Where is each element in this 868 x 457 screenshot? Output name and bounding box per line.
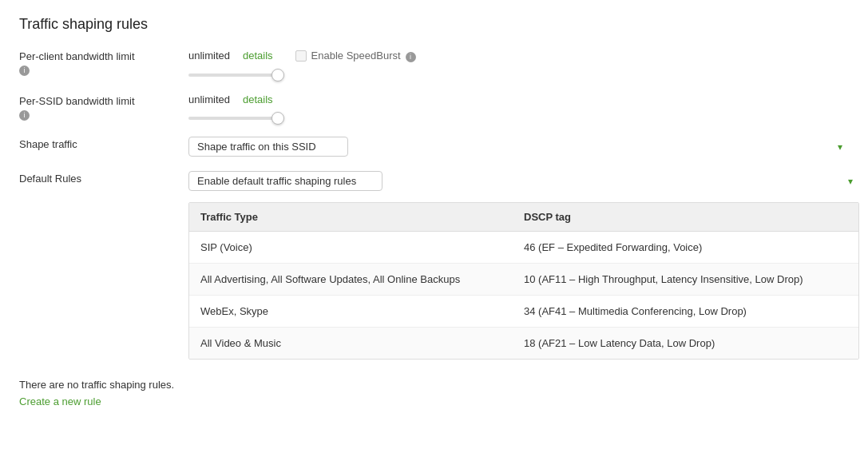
cell-traffic-type: WebEx, Skype <box>189 296 513 328</box>
per-client-label: Per-client bandwidth limit <box>19 50 179 62</box>
speedburst-label: Enable SpeedBurst <box>311 50 401 62</box>
shape-traffic-select-wrapper: Shape traffic on this SSID Do not shape … <box>188 137 849 157</box>
speedburst-checkbox[interactable] <box>295 50 307 62</box>
per-ssid-label-col: Per-SSID bandwidth limit i <box>19 93 179 121</box>
default-rules-controls: Enable default traffic shaping rules Dis… <box>188 171 859 360</box>
per-ssid-label: Per-SSID bandwidth limit <box>19 95 179 107</box>
per-client-slider-container <box>188 67 849 79</box>
default-rules-row: Default Rules Enable default traffic sha… <box>19 171 849 360</box>
table-header: Traffic Type DSCP tag <box>189 203 858 232</box>
table-body: SIP (Voice)46 (EF – Expedited Forwarding… <box>189 232 858 360</box>
speedburst-info-icon[interactable]: i <box>406 52 416 62</box>
col-traffic-type: Traffic Type <box>189 203 513 232</box>
shape-traffic-row: Shape traffic Shape traffic on this SSID… <box>19 137 849 157</box>
default-rules-select-wrapper: Enable default traffic shaping rules Dis… <box>188 171 859 191</box>
per-client-info-icon[interactable]: i <box>19 66 30 76</box>
table-row: WebEx, Skype34 (AF41 – Multimedia Confer… <box>189 296 858 328</box>
per-client-bandwidth-row: unlimited details Enable SpeedBurst i <box>188 49 849 62</box>
cell-traffic-type: SIP (Voice) <box>189 232 513 264</box>
default-rules-table-container: Traffic Type DSCP tag SIP (Voice)46 (EF … <box>188 202 859 360</box>
default-rules-label: Default Rules <box>19 173 179 185</box>
default-rules-table: Traffic Type DSCP tag SIP (Voice)46 (EF … <box>189 203 858 359</box>
table-row: All Video & Music18 (AF21 – Low Latency … <box>189 328 858 360</box>
per-ssid-slider[interactable] <box>188 117 284 120</box>
shape-traffic-label-col: Shape traffic <box>19 137 179 150</box>
shape-traffic-label: Shape traffic <box>19 138 179 150</box>
per-ssid-value: unlimited <box>188 93 236 105</box>
shape-traffic-select[interactable]: Shape traffic on this SSID Do not shape … <box>188 137 348 157</box>
default-rules-chevron-icon: ▾ <box>848 176 853 187</box>
per-ssid-bandwidth-row: unlimited details <box>188 93 849 105</box>
cell-dscp-tag: 34 (AF41 – Multimedia Conferencing, Low … <box>513 296 858 328</box>
page-title: Traffic shaping rules <box>19 16 849 33</box>
shape-traffic-chevron-icon: ▾ <box>838 141 842 153</box>
cell-dscp-tag: 18 (AF21 – Low Latency Data, Low Drop) <box>513 328 858 360</box>
table-row: SIP (Voice)46 (EF – Expedited Forwarding… <box>189 232 858 264</box>
cell-dscp-tag: 46 (EF – Expedited Forwarding, Voice) <box>513 232 858 264</box>
per-ssid-row: Per-SSID bandwidth limit i unlimited det… <box>19 93 849 122</box>
per-ssid-details-link[interactable]: details <box>243 93 273 105</box>
per-ssid-info-icon[interactable]: i <box>19 110 30 121</box>
form-section: Per-client bandwidth limit i unlimited d… <box>19 49 849 360</box>
per-client-controls: unlimited details Enable SpeedBurst i <box>188 49 849 79</box>
cell-traffic-type: All Advertising, All Software Updates, A… <box>189 264 513 296</box>
cell-traffic-type: All Video & Music <box>189 328 513 360</box>
per-ssid-slider-container <box>188 110 849 122</box>
per-client-row: Per-client bandwidth limit i unlimited d… <box>19 49 849 79</box>
cell-dscp-tag: 10 (AF11 – High Throughput, Latency Inse… <box>513 264 858 296</box>
default-rules-label-col: Default Rules <box>19 171 179 185</box>
no-rules-text: There are no traffic shaping rules. <box>19 379 849 391</box>
per-ssid-controls: unlimited details <box>188 93 849 122</box>
create-rule-link[interactable]: Create a new rule <box>19 395 101 407</box>
speedburst-row: Enable SpeedBurst i <box>295 49 416 62</box>
shape-traffic-controls: Shape traffic on this SSID Do not shape … <box>188 137 849 157</box>
per-client-value: unlimited <box>188 50 236 62</box>
col-dscp-tag: DSCP tag <box>513 203 858 232</box>
table-row: All Advertising, All Software Updates, A… <box>189 264 858 296</box>
per-client-slider[interactable] <box>188 74 284 77</box>
per-client-details-link[interactable]: details <box>243 50 273 62</box>
default-rules-select[interactable]: Enable default traffic shaping rules Dis… <box>188 171 382 191</box>
per-client-label-col: Per-client bandwidth limit i <box>19 49 179 76</box>
table-header-row: Traffic Type DSCP tag <box>189 203 858 232</box>
